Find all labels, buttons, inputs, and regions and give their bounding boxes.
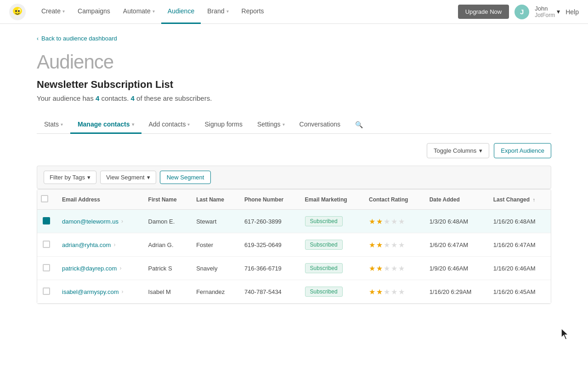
audience-description: Your audience has 4 contacts. 4 of these…: [37, 94, 551, 102]
contact-rating-header[interactable]: Contact Rating: [362, 190, 423, 210]
tab-stats[interactable]: Stats ▾: [37, 116, 70, 134]
email-address[interactable]: isabel@armyspy.com›: [62, 288, 136, 295]
last-changed-cell: 1/16/20 6:48AM: [487, 210, 551, 233]
filled-star-icon: ★: [376, 264, 383, 273]
search-icon[interactable]: 🔍: [351, 116, 367, 133]
table-row: patrick@dayrep.com›Patrick SSnavely716-3…: [37, 257, 551, 280]
filled-star-icon: ★: [369, 241, 375, 249]
phone-cell: 617-260-3899: [238, 210, 299, 233]
svg-point-4: [18, 10, 20, 12]
star-rating: ★★★★★: [369, 241, 417, 249]
row-checkbox-cell: [37, 233, 56, 257]
filled-star-icon: ★: [376, 217, 383, 226]
nav-item-reports[interactable]: Reports: [235, 0, 271, 24]
page-title: Audience: [37, 51, 551, 73]
help-link[interactable]: Help: [565, 8, 579, 16]
list-title: Newsletter Subscription List: [37, 79, 551, 91]
phone-cell: 716-366-6719: [238, 257, 299, 280]
new-segment-button[interactable]: New Segment: [160, 171, 211, 184]
filter-by-tags-label: Filter by Tags: [50, 174, 85, 181]
empty-star-icon: ★: [398, 288, 405, 296]
last-name-header[interactable]: Last Name: [190, 190, 238, 210]
nav-item-audience[interactable]: Audience: [161, 0, 201, 24]
email-address[interactable]: damon@teleworm.us›: [62, 218, 136, 225]
row-checkbox[interactable]: [43, 217, 50, 224]
tab-add-contacts[interactable]: Add contacts ▾: [141, 116, 198, 134]
navbar: Create▾CampaignsAutomate▾AudienceBrand▾R…: [0, 0, 588, 24]
last-name-cell: Fernandez: [190, 280, 238, 304]
contact-rating-cell: ★★★★★: [362, 233, 423, 257]
tab-label: Add contacts: [149, 121, 186, 128]
upgrade-button[interactable]: Upgrade Now: [458, 5, 509, 19]
tab-conversations[interactable]: Conversations: [292, 116, 348, 134]
row-expand-icon[interactable]: ›: [119, 265, 121, 271]
phone-number-header[interactable]: Phone Number: [238, 190, 299, 210]
tab-signup-forms[interactable]: Signup forms: [197, 116, 249, 134]
row-expand-icon[interactable]: ›: [113, 242, 115, 248]
empty-star-icon: ★: [391, 241, 397, 249]
empty-star-icon: ★: [391, 217, 397, 226]
filled-star-icon: ★: [376, 241, 383, 249]
filter-by-tags-button[interactable]: Filter by Tags ▾: [44, 171, 96, 184]
nav-item-brand[interactable]: Brand▾: [201, 0, 235, 24]
view-segment-button[interactable]: View Segment ▾: [100, 171, 156, 184]
date-added-cell: 1/6/20 6:47AM: [423, 233, 487, 257]
nav-item-automate[interactable]: Automate▾: [117, 0, 161, 24]
tab-label: Manage contacts: [78, 121, 130, 128]
first-name-cell: Isabel M: [142, 280, 190, 304]
email-address[interactable]: adrian@ryhta.com›: [62, 242, 136, 248]
empty-star-icon: ★: [398, 217, 405, 226]
tab-manage-contacts[interactable]: Manage contacts ▾: [70, 116, 141, 134]
date-added-cell: 1/16/20 6:29AM: [423, 280, 487, 304]
export-audience-button[interactable]: Export Audience: [494, 143, 551, 158]
row-expand-icon[interactable]: ›: [121, 218, 123, 224]
row-checkbox[interactable]: [43, 288, 50, 295]
filled-star-icon: ★: [369, 217, 375, 226]
nav-item-create[interactable]: Create▾: [35, 0, 71, 24]
subscribed-badge: Subscribed: [305, 263, 343, 273]
nav-item-campaigns[interactable]: Campaigns: [71, 0, 117, 24]
last-changed-header[interactable]: Last Changed ↑: [487, 190, 551, 210]
view-segment-label: View Segment: [106, 174, 145, 181]
logo[interactable]: [9, 4, 26, 20]
empty-star-icon: ★: [384, 288, 390, 296]
filter-tags-chevron-icon: ▾: [87, 174, 90, 181]
tab-label: Stats: [44, 121, 59, 128]
tab-label: Conversations: [300, 121, 341, 128]
filled-star-icon: ★: [376, 288, 383, 296]
table-body: damon@teleworm.us›Damon E.Stewart617-260…: [37, 210, 551, 304]
contacts-table: Email Address First Name Last Name Phone…: [37, 190, 551, 304]
user-name: John: [535, 5, 555, 12]
empty-star-icon: ★: [398, 241, 405, 249]
date-added-header[interactable]: Date Added: [423, 190, 487, 210]
avatar[interactable]: J: [514, 5, 529, 19]
email-marketing-cell: Subscribed: [299, 280, 362, 304]
email-address-header[interactable]: Email Address: [56, 190, 142, 210]
nav-items: Create▾CampaignsAutomate▾AudienceBrand▾R…: [35, 0, 458, 24]
contacts-table-container: Email Address First Name Last Name Phone…: [37, 189, 551, 304]
subscribed-badge: Subscribed: [305, 240, 343, 250]
row-checkbox[interactable]: [43, 264, 50, 271]
first-name-cell: Patrick S: [142, 257, 190, 280]
user-menu[interactable]: John JotForm ▾: [535, 5, 560, 19]
tab-settings[interactable]: Settings ▾: [250, 116, 292, 134]
last-name-cell: Stewart: [190, 210, 238, 233]
tab-label: Settings: [257, 121, 281, 128]
date-added-cell: 1/3/20 6:48AM: [423, 210, 487, 233]
row-checkbox-cell: [37, 210, 56, 233]
toggle-columns-button[interactable]: Toggle Columns ▾: [427, 143, 489, 158]
first-name-header[interactable]: First Name: [142, 190, 190, 210]
sort-asc-icon: ↑: [532, 197, 535, 202]
star-rating: ★★★★★: [369, 264, 417, 273]
back-link[interactable]: ‹ Back to audience dashboard: [37, 35, 551, 42]
filter-bar: Filter by Tags ▾ View Segment ▾ New Segm…: [37, 166, 551, 189]
row-expand-icon[interactable]: ›: [122, 288, 124, 295]
row-checkbox[interactable]: [43, 241, 50, 248]
table-row: adrian@ryhta.com›Adrian G.Foster619-325-…: [37, 233, 551, 257]
filled-star-icon: ★: [369, 264, 375, 273]
select-all-checkbox[interactable]: [41, 195, 48, 202]
email-address[interactable]: patrick@dayrep.com›: [62, 265, 136, 272]
email-marketing-header[interactable]: Email Marketing: [299, 190, 362, 210]
last-changed-cell: 1/16/20 6:46AM: [487, 257, 551, 280]
first-name-cell: Damon E.: [142, 210, 190, 233]
